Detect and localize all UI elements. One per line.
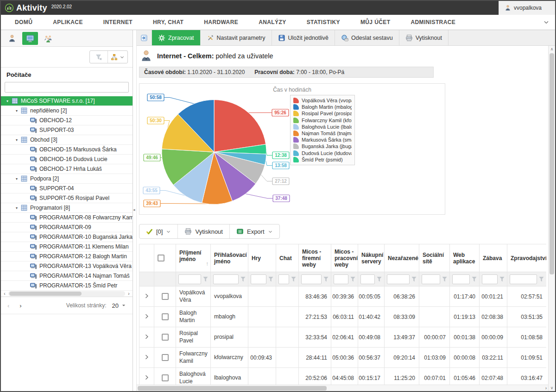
filter-funnel-icon[interactable] [323, 277, 329, 282]
set-parameters-button[interactable]: Nastavit parametry [201, 30, 272, 45]
filter-funnel-icon[interactable] [442, 277, 447, 282]
tree-node[interactable]: PROGRAMATOR-08 Folwarczny Kamil [1, 213, 133, 223]
sidebar-scroll-thumb[interactable] [9, 292, 82, 296]
column-header[interactable]: Micos -firemní weby [299, 244, 331, 272]
tree-node[interactable]: ▾MiCoS SOFTWARE s.r.o. [17] [1, 96, 133, 106]
horizontal-scrollbar[interactable]: › [137, 385, 548, 391]
tree-node[interactable]: OBCHOD-15 Markusová Šárka [1, 145, 133, 155]
tree-node[interactable]: SUPPORT-05 Rosipal Pavel [1, 193, 133, 203]
tree-node[interactable]: PROGRAMATOR-11 Klemens Milan [1, 242, 133, 252]
row-expand-button[interactable] [139, 348, 154, 368]
row-checkbox[interactable] [162, 313, 169, 320]
filter-funnel-icon[interactable] [377, 277, 382, 282]
column-header[interactable]: Micos -pracovní weby [331, 244, 358, 272]
tree-node[interactable]: PROGRAMATOR-14 Najman Tomáš [1, 271, 133, 281]
menu-item-internet[interactable]: INTERNET [93, 19, 143, 25]
column-filter-input[interactable] [360, 274, 375, 284]
menu-item-hry-chat[interactable]: HRY, CHAT [143, 19, 194, 25]
batch-select-button[interactable]: [0] [139, 224, 177, 238]
column-header[interactable]: Zpravodajství [507, 244, 547, 272]
filter-funnel-icon[interactable] [499, 277, 505, 282]
column-filter-input[interactable] [510, 274, 537, 284]
tree-node[interactable]: ▾Programatori [8] [1, 203, 133, 213]
collapse-panel-icon[interactable]: ◂ [133, 207, 135, 212]
column-header[interactable]: Nezařazené [385, 244, 419, 272]
column-header[interactable]: Hry [248, 244, 276, 272]
column-filter-input[interactable] [278, 274, 289, 284]
scroll-up-icon[interactable]: ∧ [549, 47, 555, 51]
column-header[interactable]: Zábava [480, 244, 507, 272]
send-report-button[interactable]: Odeslat sestavu [335, 30, 399, 45]
column-filter-input[interactable] [387, 274, 410, 284]
column-header[interactable]: Web aplikace [450, 244, 480, 272]
row-expand-button[interactable] [139, 286, 154, 307]
column-header[interactable]: Chat [276, 244, 299, 272]
menu-item-administrace[interactable]: ADMINISTRACE [400, 19, 466, 25]
save-individually-button[interactable]: Uložit jednotlivě [272, 30, 335, 45]
scroll-right-icon[interactable]: › [545, 385, 547, 391]
column-header[interactable]: Sociální sítě [419, 244, 450, 272]
vertical-scroll-thumb[interactable] [550, 53, 554, 274]
page-size-value[interactable]: 20 [112, 302, 119, 309]
column-filter-input[interactable] [482, 274, 498, 284]
computer-search-input[interactable] [5, 82, 129, 93]
tree-expander-icon[interactable]: ▾ [13, 206, 20, 210]
print-table-button[interactable]: Vytisknout [177, 224, 229, 238]
print-button[interactable]: Vytisknout [399, 30, 449, 45]
filter-funnel-icon[interactable] [240, 277, 246, 282]
filter-funnel-icon[interactable] [203, 277, 208, 282]
tree-node[interactable]: PROGRAMATOR-09 [1, 223, 133, 232]
tree-node[interactable]: ▾nepřiděleno [2] [1, 106, 133, 116]
tree-node[interactable]: PROGRAMATOR-15 Šmíd Petr [1, 281, 133, 291]
tree-node[interactable]: PROGRAMATOR-12 Balogh Martin [1, 252, 133, 261]
pager-previous-icon[interactable]: ‹ [7, 302, 9, 309]
select-all-checkbox[interactable] [158, 255, 164, 261]
row-checkbox[interactable] [162, 354, 169, 361]
column-filter-input[interactable] [178, 274, 201, 284]
pie-slice[interactable] [214, 100, 266, 152]
filter-funnel-icon[interactable] [539, 277, 544, 282]
row-checkbox[interactable] [162, 334, 169, 341]
tree-node[interactable]: PROGRAMATOR-13 Vopálková Věra [1, 261, 133, 271]
tree-expander-icon[interactable]: ▾ [13, 138, 20, 142]
vertical-scrollbar[interactable]: ∧ ∨ [548, 46, 555, 391]
tab-users[interactable] [4, 32, 20, 45]
row-expand-button[interactable] [139, 327, 154, 348]
menu-item-dom-[interactable]: DOMŮ [5, 19, 43, 25]
panel-splitter[interactable]: ◂ [133, 30, 137, 391]
export-button[interactable]: Export [229, 224, 279, 238]
clear-filter-button[interactable] [90, 51, 107, 63]
tree-expander-icon[interactable]: ▾ [4, 99, 11, 103]
row-expand-button[interactable] [139, 307, 154, 327]
column-filter-input[interactable] [251, 274, 266, 284]
row-checkbox[interactable] [162, 374, 169, 381]
tree-node[interactable]: OBCHOD-16 Dudová Lucie [1, 155, 133, 164]
menu-item-statistiky[interactable]: STATISTIKY [297, 19, 350, 25]
menu-item-aplikace[interactable]: APLIKACE [43, 19, 93, 25]
row-checkbox[interactable] [162, 293, 169, 300]
process-button[interactable]: Zpracovat [152, 30, 201, 45]
structure-view-button[interactable] [107, 51, 127, 63]
scroll-down-icon[interactable]: ∨ [549, 386, 555, 390]
sidebar-scroll-track[interactable] [8, 291, 125, 296]
filter-funnel-icon[interactable] [291, 277, 296, 282]
column-header[interactable]: Nákupní servery [358, 244, 385, 272]
horizontal-scroll-thumb[interactable] [138, 386, 327, 391]
tree-node[interactable]: OBCHOD-12 [1, 116, 133, 125]
column-header[interactable]: Příjmení jméno↑ [176, 244, 211, 272]
column-filter-input[interactable] [422, 274, 440, 284]
tab-computers[interactable] [22, 32, 38, 45]
scroll-right-icon[interactable]: › [125, 291, 133, 297]
filter-funnel-icon[interactable] [472, 277, 477, 282]
user-menu[interactable]: vvopalkova [499, 1, 555, 15]
tree-expander-icon[interactable]: ▾ [13, 109, 20, 113]
tree-node[interactable]: SUPPORT-04 [1, 184, 133, 193]
tab-groups[interactable] [40, 32, 56, 45]
column-filter-input[interactable] [301, 274, 322, 284]
tree-node[interactable]: OBCHOD-17 Hrňa Lukáš [1, 164, 133, 174]
row-expand-button[interactable] [139, 368, 154, 385]
dock-panel-button[interactable] [137, 30, 152, 45]
menu-chevron-down-icon[interactable] [543, 19, 550, 25]
column-header[interactable]: Přihlašovací jméno [211, 244, 248, 272]
tree-expander-icon[interactable]: ▾ [13, 177, 20, 181]
